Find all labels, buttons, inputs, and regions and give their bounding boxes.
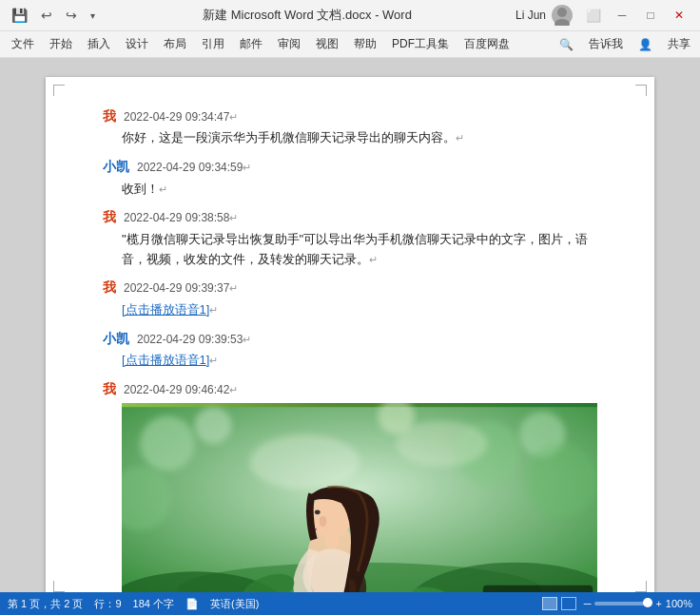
menu-view[interactable]: 视图 [308,32,346,56]
svg-point-10 [250,434,360,490]
quick-access-toolbar: 💾 ↩ ↪ ▾ [8,6,99,25]
window-controls: ⬜ ─ □ ✕ [580,4,692,27]
page-info: 第 1 页，共 2 页 [8,597,83,611]
chat-content-3: "榄月微信聊天记录导出恢复助手"可以导出华为手机微信聊天记录中的文字，图片，语音… [103,230,597,270]
share-icon: 👤 [632,36,658,53]
zoom-plus-button[interactable]: + [655,598,661,609]
menu-mail[interactable]: 邮件 [232,32,270,56]
quick-access-dropdown[interactable]: ▾ [87,9,99,23]
sender-me-1: 我 [103,106,116,126]
char-count: 184 个字 [133,597,174,611]
status-right: ─ + 100% [542,597,692,610]
share-button[interactable]: 共享 [662,34,696,54]
zoom-thumb [643,598,652,607]
chat-content-6: luyouqi.com [103,403,597,592]
menu-design[interactable]: 设计 [118,32,156,56]
zoom-control: ─ + 100% [584,598,692,609]
svg-point-8 [524,444,597,517]
chat-header-2: 小凯 2022-04-29 09:34:59↵ [103,156,597,177]
zoom-slider[interactable] [594,602,651,605]
svg-point-1 [554,19,570,26]
chat-content-1: 你好，这是一段演示华为手机微信聊天记录导出的聊天内容。↵ [103,128,597,148]
view-icons [542,597,576,610]
chat-entry-4: 我 2022-04-29 09:39:37↵ [点击播放语音1]↵ [103,277,597,319]
sender-other-2: 小凯 [103,156,129,177]
language: 英语(美国) [210,597,259,611]
timestamp-4: 2022-04-29 09:39:37↵ [124,279,238,298]
user-section: Li Jun [515,5,573,26]
chat-header-3: 我 2022-04-29 09:38:58↵ [103,206,597,227]
svg-point-18 [315,510,321,515]
timestamp-6: 2022-04-29 09:46:42↵ [124,381,238,399]
chat-header-5: 小凯 2022-04-29 09:39:53↵ [103,328,597,349]
timestamp-1: 2022-04-29 09:34:47↵ [124,108,238,126]
search-icon: 🔍 [554,36,579,53]
web-view-icon[interactable] [561,597,576,610]
print-view-icon[interactable] [542,597,557,610]
document-title: 新建 Microsoft Word 文档.docx - Word [99,7,515,24]
audio-link-1[interactable]: [点击播放语音1] [122,302,209,317]
menu-review[interactable]: 审阅 [270,32,308,56]
chat-entry-6: 我 2022-04-29 09:46:42↵ [103,378,597,592]
undo-icon[interactable]: ↩ [37,6,56,25]
audio-link-2[interactable]: [点击播放语音1] [122,353,209,367]
minimize-button[interactable]: ─ [609,4,635,27]
right-tools: 🔍 告诉我 👤 共享 [554,34,696,54]
tell-me-button[interactable]: 告诉我 [583,34,629,54]
title-bar: 💾 ↩ ↪ ▾ 新建 Microsoft Word 文档.docx - Word… [0,0,700,31]
svg-text:luyouqi.com: luyouqi.com [488,590,536,592]
sender-me-3: 我 [103,206,116,227]
chat-entry-3: 我 2022-04-29 09:38:58↵ "榄月微信聊天记录导出恢复助手"可… [103,206,597,269]
chat-entry-2: 小凯 2022-04-29 09:34:59↵ 收到！↵ [103,156,597,199]
corner-mark-bl [53,581,65,592]
sender-me-4: 我 [103,277,116,298]
chat-entry-5: 小凯 2022-04-29 09:39:53↵ [点击播放语音1]↵ [103,328,597,371]
menu-pdf-tools[interactable]: PDF工具集 [384,32,457,56]
menu-references[interactable]: 引用 [194,32,232,56]
restore-button[interactable]: □ [637,4,664,27]
file-icon: 📄 [185,598,199,610]
chat-header-6: 我 2022-04-29 09:46:42↵ [103,378,597,399]
corner-mark-tr [635,85,647,96]
corner-mark-tl [53,85,65,96]
menu-bar: 文件 开始 插入 设计 布局 引用 邮件 审阅 视图 帮助 PDF工具集 百度网… [0,31,700,58]
svg-point-4 [195,407,231,443]
sender-me-6: 我 [103,378,116,399]
menu-insert[interactable]: 插入 [80,32,118,56]
document-page: 我 2022-04-29 09:34:47↵ 你好，这是一段演示华为手机微信聊天… [46,77,654,592]
menu-help[interactable]: 帮助 [346,32,384,56]
save-icon[interactable]: 💾 [8,6,31,25]
menu-layout[interactable]: 布局 [156,32,194,56]
timestamp-2: 2022-04-29 09:34:59↵ [137,159,251,177]
chat-entry-1: 我 2022-04-29 09:34:47↵ 你好，这是一段演示华为手机微信聊天… [103,106,597,148]
svg-point-3 [140,416,195,471]
embedded-image: luyouqi.com [122,403,597,592]
menu-file[interactable]: 文件 [4,32,42,56]
timestamp-5: 2022-04-29 09:39:53↵ [137,331,251,349]
title-text: 新建 Microsoft Word 文档.docx - Word [203,8,412,22]
close-button[interactable]: ✕ [666,4,692,27]
chat-content-2: 收到！↵ [103,180,597,200]
chat-header-4: 我 2022-04-29 09:39:37↵ [103,277,597,298]
chat-content-4: [点击播放语音1]↵ [103,300,597,320]
chat-header-1: 我 2022-04-29 09:34:47↵ [103,106,597,126]
avatar[interactable] [552,5,573,26]
zoom-minus-button[interactable]: ─ [584,598,592,609]
timestamp-3: 2022-04-29 09:38:58↵ [124,209,238,227]
sender-other-5: 小凯 [103,328,129,349]
svg-point-11 [396,421,487,467]
document-area[interactable]: 我 2022-04-29 09:34:47↵ 你好，这是一段演示华为手机微信聊天… [0,58,700,592]
svg-point-0 [557,8,567,17]
corner-mark-br [635,581,647,592]
svg-point-19 [320,516,327,528]
username: Li Jun [515,9,546,22]
maximize-restore-icon[interactable]: ⬜ [580,4,607,27]
redo-icon[interactable]: ↪ [62,6,81,25]
row-info: 行：9 [94,597,121,611]
chat-content-5: [点击播放语音1]↵ [103,351,597,371]
status-bar: 第 1 页，共 2 页 行：9 184 个字 📄 英语(美国) ─ + 100% [0,592,700,615]
menu-home[interactable]: 开始 [42,32,80,56]
menu-baidu-netdisk[interactable]: 百度网盘 [457,32,517,56]
zoom-percent: 100% [666,598,692,609]
